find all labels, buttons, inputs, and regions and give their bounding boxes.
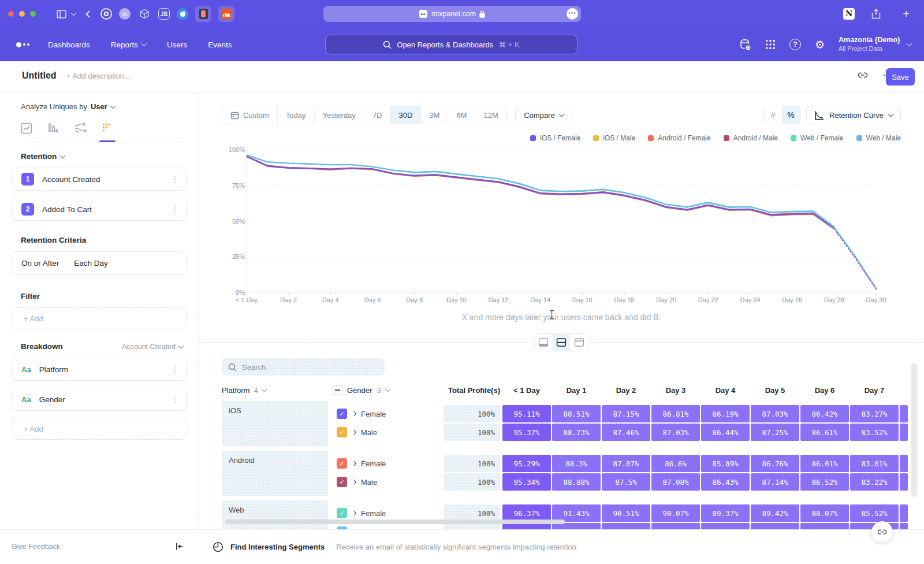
retention-value-cell[interactable]: 90.51%: [602, 504, 650, 522]
retention-value-cell[interactable]: 87.03%: [751, 405, 799, 422]
legend-item[interactable]: Web / Female: [791, 134, 843, 142]
save-button[interactable]: Save: [886, 68, 915, 86]
kebab-menu-icon[interactable]: ⋮: [171, 395, 179, 404]
mixpanel-logo-icon[interactable]: [16, 42, 29, 47]
window-close-button[interactable]: [8, 11, 14, 17]
range-6m[interactable]: 6M: [448, 106, 475, 124]
retention-value-cell[interactable]: 88.07%: [800, 504, 849, 522]
select-all-checkbox[interactable]: [333, 385, 342, 395]
retention-value-cell[interactable]: 87.08%: [651, 473, 700, 491]
range-3m[interactable]: 3M: [420, 106, 448, 124]
notion-extension-icon[interactable]: N: [843, 8, 855, 20]
range-12m[interactable]: 12M: [475, 106, 506, 124]
tab-retention[interactable]: [102, 123, 113, 134]
help-icon[interactable]: ?: [789, 39, 801, 50]
day-column-header[interactable]: Day 4: [701, 386, 750, 395]
kebab-menu-icon[interactable]: ⋮: [171, 175, 179, 184]
chart-only-view-button[interactable]: [535, 334, 553, 351]
retention-value-cell[interactable]: 83.01%: [850, 455, 899, 472]
retention-value-cell[interactable]: 87.25%: [751, 424, 799, 441]
retention-value-cell[interactable]: 95.11%: [502, 405, 551, 422]
series-checkbox[interactable]: ✓: [337, 458, 347, 469]
breakdown-scope-dropdown[interactable]: Account Created: [122, 343, 183, 351]
retention-value-cell[interactable]: 88.73%: [552, 424, 601, 441]
retention-value-cell[interactable]: 86.6%: [651, 455, 700, 472]
range-30d[interactable]: 30D: [390, 106, 420, 124]
breakdown-gender[interactable]: Aa Gender ⋮: [12, 388, 187, 411]
series-checkbox[interactable]: ✓: [337, 508, 347, 518]
avatar-extension-icon[interactable]: m: [119, 8, 131, 20]
analyze-entity-dropdown[interactable]: User: [91, 102, 107, 111]
retention-value-cell[interactable]: 90.01%: [651, 523, 700, 529]
kebab-menu-icon[interactable]: ⋮: [171, 205, 179, 214]
kebab-menu-icon[interactable]: ⋮: [171, 365, 179, 374]
retention-step-2[interactable]: 2 Added To Cart ⋮: [12, 198, 187, 221]
bird-extension-icon[interactable]: [177, 8, 188, 20]
window-minimize-button[interactable]: [19, 11, 25, 17]
expand-chevron-icon[interactable]: [352, 511, 356, 515]
retention-value-cell[interactable]: 88.04%: [800, 523, 849, 529]
retention-value-cell[interactable]: 86.19%: [701, 405, 750, 422]
legend-item[interactable]: iOS / Female: [530, 134, 580, 142]
compare-button[interactable]: Compare: [515, 106, 572, 124]
nav-events[interactable]: Events: [208, 40, 232, 49]
legend-item[interactable]: iOS / Male: [593, 134, 635, 142]
expand-chevron-icon[interactable]: [352, 461, 356, 466]
unit-percent-button[interactable]: %: [782, 106, 800, 124]
retention-value-cell[interactable]: 95.34%: [502, 473, 551, 491]
table-search-input[interactable]: Search: [222, 358, 385, 376]
retention-value-cell[interactable]: 83.52%: [850, 424, 899, 441]
new-tab-icon[interactable]: +: [903, 8, 910, 21]
retention-section-header[interactable]: Retention: [21, 152, 187, 161]
js-extension-icon[interactable]: JS: [158, 8, 170, 20]
day-column-header[interactable]: Day 6: [800, 386, 849, 395]
legend-item[interactable]: Web / Male: [856, 134, 901, 142]
retention-value-cell[interactable]: 86.61%: [800, 424, 849, 441]
breakdown-platform[interactable]: Aa Platform ⋮: [12, 358, 187, 381]
target-extension-icon[interactable]: [100, 8, 112, 20]
collapse-sidebar-icon[interactable]: [174, 541, 184, 551]
retention-value-cell[interactable]: 87.07%: [602, 455, 650, 472]
legend-item[interactable]: Android / Female: [648, 134, 710, 142]
expand-chevron-icon[interactable]: [352, 430, 356, 435]
day-column-header[interactable]: Day 7: [850, 386, 899, 395]
retention-value-cell[interactable]: 89.48%: [701, 523, 750, 529]
series-checkbox[interactable]: ✓: [337, 427, 347, 437]
retention-value-cell[interactable]: 83.27%: [850, 405, 899, 422]
nav-users[interactable]: Users: [167, 40, 187, 49]
retention-value-cell[interactable]: 86.52%: [800, 473, 849, 491]
retention-value-cell[interactable]: 86.42%: [800, 405, 849, 422]
retention-value-cell[interactable]: 83.22%: [850, 473, 899, 491]
project-switcher[interactable]: Amazonia {Demo} All Project Data: [839, 36, 911, 53]
retention-value-cell[interactable]: 86.43%: [701, 473, 750, 491]
criteria-mode-dropdown[interactable]: On or After: [21, 259, 59, 268]
browser-back-icon[interactable]: [87, 12, 92, 17]
series-checkbox[interactable]: ✓: [337, 409, 347, 419]
copy-link-icon[interactable]: [858, 70, 868, 80]
retention-value-cell[interactable]: 85.52%: [850, 504, 899, 522]
retention-value-cell[interactable]: 86.76%: [751, 455, 799, 472]
horizontal-scrollbar[interactable]: [225, 520, 565, 524]
unit-number-button[interactable]: #: [764, 106, 782, 124]
range-today[interactable]: Today: [277, 106, 314, 124]
browser-dropdown-chevron-icon[interactable]: [72, 13, 76, 15]
range-yesterday[interactable]: Yesterday: [314, 106, 364, 124]
vertical-scrollbar[interactable]: [911, 363, 917, 497]
expand-chevron-icon[interactable]: [352, 480, 356, 484]
retention-value-cell[interactable]: 90.54%: [602, 523, 650, 529]
tab-funnels[interactable]: [47, 123, 59, 134]
retention-value-cell[interactable]: 86.81%: [651, 405, 700, 422]
retention-value-cell[interactable]: 95.37%: [502, 424, 551, 441]
add-description-button[interactable]: + Add description...: [66, 72, 131, 80]
day-column-header[interactable]: Day 3: [651, 386, 700, 395]
legend-item[interactable]: Android / Male: [724, 134, 778, 142]
retention-value-cell[interactable]: 89.42%: [751, 504, 799, 522]
criteria-interval-dropdown[interactable]: Each Day: [74, 259, 108, 268]
chart-type-dropdown[interactable]: Retention Curve: [806, 106, 901, 124]
gender-column-header[interactable]: Gender 3: [333, 385, 439, 395]
retention-value-cell[interactable]: 87.14%: [751, 473, 799, 491]
settings-gear-icon[interactable]: ⚙: [815, 38, 825, 51]
soundcloud-extension-icon[interactable]: [218, 6, 234, 22]
retention-value-cell[interactable]: 88.3%: [552, 455, 601, 472]
retention-value-cell[interactable]: 89.37%: [701, 504, 750, 522]
